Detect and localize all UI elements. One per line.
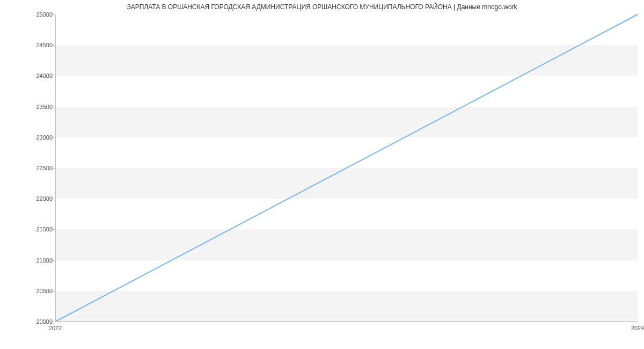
chart-container: ЗАРПЛАТА В ОРШАНСКАЯ ГОРОДСКАЯ АДМИНИСТР… [0, 0, 644, 349]
x-tick-label: 2022 [49, 325, 62, 331]
y-tick-label: 23000 [20, 134, 53, 141]
y-tick-label: 21000 [20, 257, 53, 264]
x-tick-label: 2024 [631, 325, 644, 331]
y-tick-label: 21500 [20, 226, 53, 232]
y-axis-line [55, 14, 56, 322]
line-series [55, 14, 638, 322]
y-tick-mark [53, 14, 55, 15]
chart-title: ЗАРПЛАТА В ОРШАНСКАЯ ГОРОДСКАЯ АДМИНИСТР… [0, 3, 644, 11]
y-tick-label: 22500 [20, 165, 53, 171]
y-tick-label: 23500 [20, 104, 53, 110]
y-tick-label: 24500 [20, 42, 53, 48]
y-tick-label: 22000 [20, 195, 53, 202]
x-axis-line [55, 321, 638, 322]
y-tick-label: 25000 [20, 11, 53, 18]
y-tick-mark [53, 260, 55, 261]
plot-area [55, 14, 638, 322]
y-tick-mark [53, 199, 55, 199]
y-tick-mark [53, 322, 55, 322]
y-tick-label: 20500 [20, 288, 53, 294]
y-tick-mark [53, 229, 55, 230]
y-tick-label: 24000 [20, 72, 53, 79]
y-tick-mark [53, 76, 55, 76]
y-tick-mark [53, 137, 55, 138]
y-tick-label: 20000 [20, 318, 53, 325]
y-tick-mark [53, 45, 55, 46]
y-tick-mark [53, 291, 55, 292]
series-polyline [55, 14, 638, 322]
y-tick-mark [53, 107, 55, 107]
y-tick-mark [53, 168, 55, 169]
